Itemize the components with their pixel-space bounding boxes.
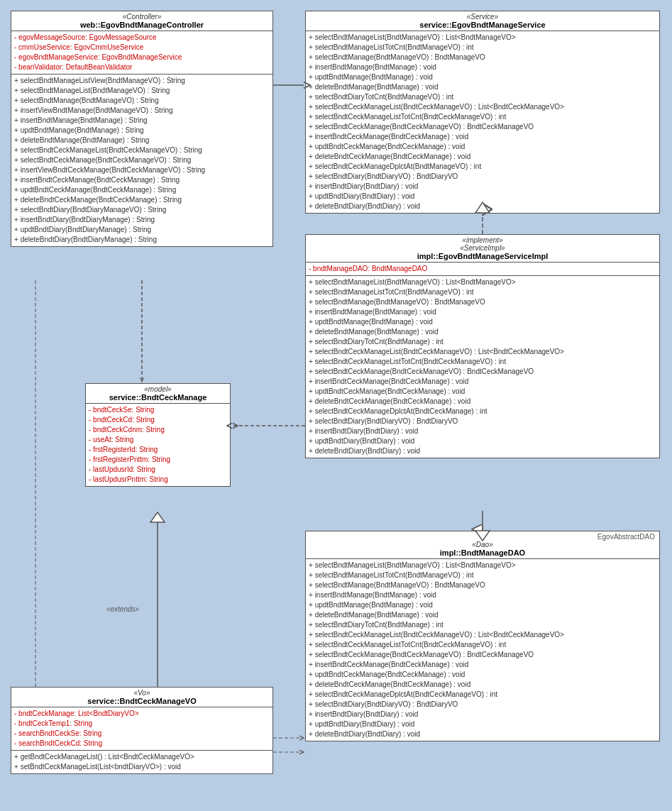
diagram-container: «Controller» web::EgovBndtManageControll…	[0, 0, 672, 811]
method-selectBndtCeckManage: selectBndtCeckManage(BndtCeckManageVO) :…	[14, 155, 270, 165]
service-methods: selectBndtManageList(BndtManageVO) : Lis…	[306, 31, 659, 213]
serviceimpl-header: «implement» «ServiceImpl» impl::EgovBndt…	[306, 235, 659, 263]
controller-fields: egovMessageSource: EgovMessageSource cmm…	[11, 31, 272, 75]
vo-fields: bndtCeckManage: List<BndtDiaryVO> bndtCe…	[11, 707, 272, 751]
method-insertViewBndtManage: insertViewBndtManage(BndtManageVO) : Str…	[14, 106, 270, 116]
dao-box: EgovAbstractDAO «Dao» impl::BndtManageDA…	[305, 531, 660, 741]
dao-abstract-note: EgovAbstractDAO	[309, 533, 656, 541]
field-egovMessageSource: egovMessageSource: EgovMessageSource	[14, 33, 270, 43]
serviceimpl-stereotype1: «implement»	[309, 236, 656, 244]
dao-header: EgovAbstractDAO «Dao» impl::BndtManageDA…	[306, 531, 659, 559]
service-stereotype: «Service»	[309, 13, 656, 21]
vo-header: «Vo» service::BndtCeckManageVO	[11, 688, 272, 707]
controller-stereotype: «Controller»	[14, 13, 270, 21]
method-selectBndtManage: selectBndtManage(BndtManageVO) : String	[14, 96, 270, 106]
service-classname: service::EgovBndtManageService	[309, 21, 656, 29]
model-fields: bndtCeckSe: String bndtCeckCd: String bn…	[86, 404, 230, 486]
vo-stereotype: «Vo»	[14, 689, 270, 697]
method-updtBndtDiary: updtBndtDiary(BndtDiaryManage) : String	[14, 225, 270, 235]
method-selectBndtCeckManageList: selectBndtCeckManageList(BndtCeckManageV…	[14, 145, 270, 155]
vo-classname: service::BndtCeckManageVO	[14, 697, 270, 705]
method-insertBndtDiary: insertBndtDiary(BndtDiaryManage) : Strin…	[14, 215, 270, 225]
dao-methods: selectBndtManageList(BndtManageVO) : Lis…	[306, 559, 659, 741]
service-header: «Service» service::EgovBndtManageService	[306, 11, 659, 31]
field-egovBndtManageService: egovBndtManageService: EgovBndtManageSer…	[14, 53, 270, 62]
method-deleteBndtCeckManage: deleteBndtCeckManage(BndtCeckManage) : S…	[14, 195, 270, 205]
method-insertViewBndtCeckManage: insertViewBndtCeckManage(BndtCeckManageV…	[14, 165, 270, 175]
dao-classname: impl::BndtManageDAO	[309, 548, 656, 557]
method-deleteBndtDiary: deleteBndtDiary(BndtDiaryManage) : Strin…	[14, 235, 270, 245]
method-updtBndtCeckManage: updtBndtCeckManage(BndtCeckManage) : Str…	[14, 185, 270, 195]
controller-methods: selectBndtManageListView(BndtManageVO) :…	[11, 75, 272, 246]
vo-box: «Vo» service::BndtCeckManageVO bndtCeckM…	[11, 687, 273, 774]
method-selectBndtManageList: selectBndtManageList(BndtManageVO) : Str…	[14, 86, 270, 96]
controller-box: «Controller» web::EgovBndtManageControll…	[11, 11, 273, 247]
model-stereotype: «model»	[89, 385, 227, 393]
model-header: «model» service::BndtCeckManage	[86, 384, 230, 404]
svg-text:«extends»: «extends»	[106, 605, 140, 613]
method-selectBndtDiary: selectBndtDiary(BndtDiaryManageVO) : Str…	[14, 205, 270, 215]
serviceimpl-stereotype2: «ServiceImpl»	[309, 244, 656, 252]
method-deleteBndtManage: deleteBndtManage(BndtManage) : String	[14, 136, 270, 145]
field-cmmUseService: cmmUseService: EgovCmmUseService	[14, 43, 270, 53]
svg-marker-14	[150, 512, 165, 522]
vo-methods: getBndtCeckManageList() : List<BndtCeckM…	[11, 751, 272, 773]
service-box: «Service» service::EgovBndtManageService…	[305, 11, 660, 214]
controller-header: «Controller» web::EgovBndtManageControll…	[11, 11, 272, 31]
serviceimpl-methods: selectBndtManageList(BndtManageVO) : Lis…	[306, 276, 659, 458]
serviceimpl-fields: bndtManageDAO: BndtManageDAO	[306, 263, 659, 276]
controller-classname: web::EgovBndtManageController	[14, 21, 270, 29]
method-selectBndtManageListView: selectBndtManageListView(BndtManageVO) :…	[14, 76, 270, 86]
field-beanValidator: beanValidator: DefaultBeanValidator	[14, 62, 270, 72]
dao-stereotype: «Dao»	[309, 541, 656, 548]
model-classname: service::BndtCeckManage	[89, 393, 227, 402]
model-box: «model» service::BndtCeckManage bndtCeck…	[85, 383, 231, 487]
method-updtBndtManage: updtBndtManage(BndtManage) : String	[14, 126, 270, 136]
serviceimpl-box: «implement» «ServiceImpl» impl::EgovBndt…	[305, 234, 660, 458]
method-insertBndtCeckManage: insertBndtCeckManage(BndtCeckManage) : S…	[14, 175, 270, 185]
serviceimpl-classname: impl::EgovBndtManageServiceImpl	[309, 252, 656, 260]
method-insertBndtManage: insertBndtManage(BndtManage) : String	[14, 116, 270, 126]
